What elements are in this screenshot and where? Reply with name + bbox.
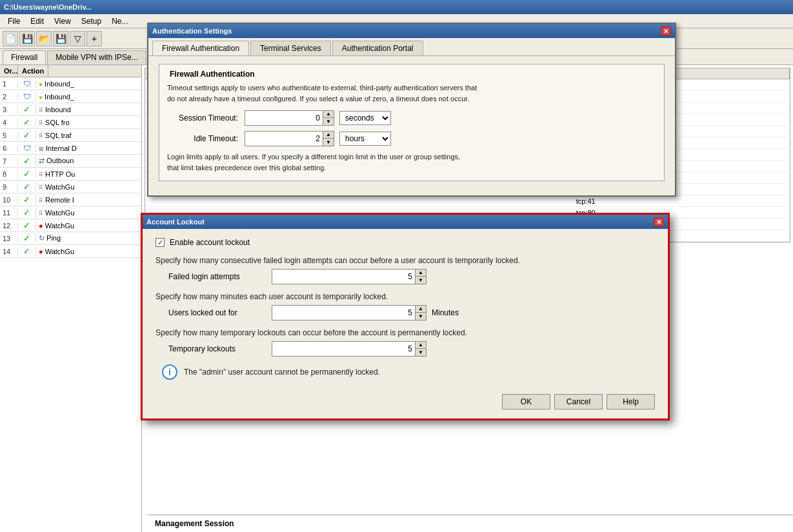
users-locked-spin-up[interactable]: ▲ [416,306,426,313]
toolbar-btn-5[interactable]: ▽ [70,31,85,46]
check-icon: ✓ [23,156,30,166]
auth-dialog-title: Authentication Settings [152,27,232,35]
idle-timeout-input[interactable] [245,132,323,146]
failed-attempts-label: Failed login attempts [168,272,272,281]
check-icon: ✓ [23,246,30,256]
shield-icon: 🛡 [23,144,31,153]
tab-firewall[interactable]: Firewall [3,50,46,64]
idle-timeout-row: Idle Timeout: ▲ ▼ seconds minutes hours [167,131,656,146]
bg-sidebar: Or... Action 1 🛡 ● Inbound_ 2 🛡 ● Inboun… [0,65,142,532]
users-locked-row: Users locked out for ▲ ▼ Minutes [156,305,655,320]
check-icon: ✓ [23,208,30,217]
failed-attempts-desc: Specify how many consecutive failed logi… [156,256,655,265]
sidebar-col-action: Action [18,65,48,77]
help-button[interactable]: Help [607,394,655,409]
enable-lockout-checkbox[interactable]: ✓ [156,238,165,247]
arrow-icon: ⇄ [39,157,45,164]
list-item[interactable]: 5 ✓ ⠿ SQL traf [0,129,141,142]
users-locked-input-group: ▲ ▼ [272,305,427,320]
grid-icon: ⠿ [39,120,43,126]
list-item[interactable]: 11 ✓ ⠿ WatchGu [0,206,141,219]
grid-icon: ⠿ [39,133,43,139]
shield-icon: 🛡 [23,92,31,101]
enable-lockout-label: Enable account lockout [170,238,250,247]
failed-attempts-row: Failed login attempts ▲ ▼ [156,269,655,284]
users-locked-desc: Specify how many minutes each user accou… [156,292,655,301]
list-item[interactable]: 6 🛡 ⊞ Internal D [0,142,141,155]
list-item[interactable]: 3 ✓ ⠿ Inbound [0,103,141,116]
list-item[interactable]: 4 ✓ ⠿ SQL fro [0,116,141,129]
bg-title-bar: C:\Users\wayne\OneDriv... [0,0,793,14]
list-item[interactable]: 10 ✓ ⠿ Remote I [0,193,141,206]
failed-attempts-input-group: ▲ ▼ [272,269,427,284]
idle-timeout-spin-up[interactable]: ▲ [323,132,334,139]
cancel-button[interactable]: Cancel [554,394,603,409]
toolbar-btn-4[interactable]: 💾 [53,31,68,46]
temp-lockouts-input[interactable] [272,342,415,356]
ping-icon: ↻ [39,234,45,242]
failed-attempts-input[interactable] [272,270,415,284]
list-item[interactable]: 8 ✓ ⠿ HTTP Ou [0,168,141,181]
session-timeout-spin-down[interactable]: ▼ [323,118,334,125]
toolbar-btn-1[interactable]: 📄 [3,31,18,46]
close-icon: ✕ [656,219,661,226]
list-item[interactable]: 13 ✓ ↻ Ping [0,232,141,245]
session-timeout-row: Session Timeout: ▲ ▼ seconds minutes hou… [167,110,656,126]
menu-ne[interactable]: Ne... [106,15,133,27]
users-locked-section: Specify how many minutes each user accou… [156,292,655,320]
list-item[interactable]: 2 🛡 ● Inbound_ [0,90,141,103]
grid-icon: ⠿ [39,210,43,217]
tab-auth-portal[interactable]: Authentication Portal [332,41,423,55]
idle-timeout-spin-down[interactable]: ▼ [323,139,334,146]
check-icon: ✓ [23,104,30,114]
failed-attempts-spinner: ▲ ▼ [415,270,426,284]
ok-button[interactable]: OK [502,394,550,409]
toolbar-btn-2[interactable]: 💾 [19,31,35,46]
toolbar-btn-3[interactable]: 📂 [36,31,52,46]
session-timeout-spin-up[interactable]: ▲ [323,111,334,118]
list-item[interactable]: 12 ✓ ● WatchGu [0,219,141,232]
info-icon: i [162,364,177,380]
check-icon: ✓ [23,117,30,127]
grid-icon: ⠿ [39,107,43,113]
list-item[interactable]: 9 ✓ ⠿ WatchGu [0,181,141,193]
session-timeout-input-group: ▲ ▼ [245,110,334,126]
list-item[interactable]: 1 🛡 ● Inbound_ [0,77,141,90]
tab-terminal-services[interactable]: Terminal Services [250,41,331,55]
users-locked-input[interactable] [272,306,415,320]
list-item[interactable]: 14 ✓ ● WatchGu [0,245,141,258]
sidebar-header: Or... Action [0,65,141,77]
fieldset-desc: Timeout settings apply to users who auth… [167,83,656,104]
temp-lockouts-desc: Specify how many temporary lockouts can … [156,328,655,337]
failed-attempts-spin-up[interactable]: ▲ [416,270,426,277]
tab-firewall-auth[interactable]: Firewall Authentication [152,41,249,55]
menu-edit[interactable]: Edit [25,15,49,27]
idle-timeout-unit-dropdown[interactable]: seconds minutes hours [339,132,391,146]
menu-view[interactable]: View [49,15,76,27]
login-note: Login limits apply to all users. If you … [167,152,656,173]
idle-timeout-input-group: ▲ ▼ [245,131,334,146]
failed-attempts-spin-down[interactable]: ▼ [416,277,426,284]
auth-dialog-title-bar: Authentication Settings ✕ [148,24,675,38]
toolbar-btn-6[interactable]: + [86,31,102,46]
auth-dialog-close-button[interactable]: ✕ [661,26,671,35]
checkbox-check-icon: ✓ [157,239,163,247]
check-icon: ✓ [23,233,30,243]
idle-timeout-spinner: ▲ ▼ [323,132,334,146]
close-icon: ✕ [663,28,668,35]
list-item[interactable]: 7 ✓ ⇄ Outboun [0,155,141,168]
session-timeout-label: Session Timeout: [167,113,245,123]
auth-dialog-tabs: Firewall Authentication Terminal Service… [148,38,675,56]
menu-file[interactable]: File [3,15,25,27]
session-timeout-unit-dropdown[interactable]: seconds minutes hours [339,111,391,125]
temp-lockouts-spin-up[interactable]: ▲ [416,342,426,349]
temp-lockouts-spin-down[interactable]: ▼ [416,349,426,356]
lockout-close-button[interactable]: ✕ [654,217,664,226]
check-icon: ✓ [23,169,30,179]
tab-mobile-vpn[interactable]: Mobile VPN with IPSe... [47,50,146,64]
users-locked-spin-down[interactable]: ▼ [416,313,426,320]
temp-lockouts-spinner: ▲ ▼ [415,342,426,356]
session-timeout-input[interactable] [245,111,323,125]
menu-setup[interactable]: Setup [76,15,106,27]
table-row[interactable]: tcp:41 [145,195,790,207]
